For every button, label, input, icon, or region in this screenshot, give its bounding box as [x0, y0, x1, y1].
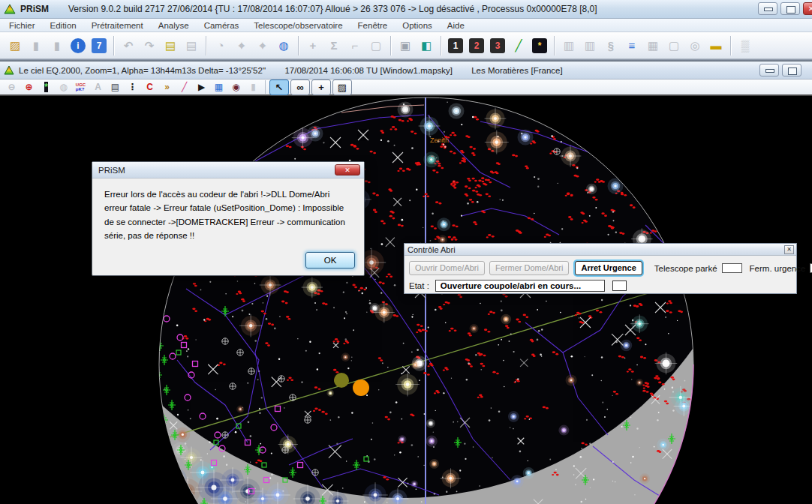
error-dialog: PRiSM ✕ Erreur lors de l'accès au codeur…: [92, 161, 365, 276]
dome-panel-title: Contrôle Abri: [408, 245, 456, 254]
close-dome-button[interactable]: Fermer Dome/Abri: [489, 261, 569, 275]
blank-icon[interactable]: ▮: [245, 80, 261, 94]
main-titlebar: PRiSM Version 9.0.2 build 2717 27/06/201…: [0, 0, 812, 19]
eye-target-icon[interactable]: ◉: [228, 80, 244, 94]
telescope-parked-label: Telescope parké: [654, 264, 717, 273]
open-image-icon[interactable]: ▨: [5, 36, 25, 56]
curve-icon[interactable]: ⌐: [345, 36, 365, 56]
map-minimize-button[interactable]: [759, 64, 779, 76]
error-dialog-title: PRiSM: [98, 166, 125, 175]
sum-icon[interactable]: Σ: [324, 36, 344, 56]
copy-icon[interactable]: ▤: [161, 36, 180, 56]
emergency-stop-button[interactable]: Arret Urgence: [575, 261, 642, 275]
planet-olive[interactable]: [334, 373, 349, 388]
refresh-icon[interactable]: C: [142, 80, 158, 94]
minimize-button[interactable]: [758, 2, 777, 15]
binoculars-button[interactable]: ∞: [290, 80, 310, 95]
dome-panel-titlebar: Contrôle Abri ✕: [404, 244, 796, 256]
save-icon[interactable]: ▮: [26, 36, 46, 56]
center-target-button[interactable]: +: [311, 80, 331, 95]
window-icon[interactable]: ▣: [395, 36, 415, 56]
marker-icon[interactable]: ⌖: [232, 36, 251, 56]
menu-bar: FichierEditionPrétraitementAnalyseCaméra…: [0, 19, 812, 32]
histogram3-icon[interactable]: 3: [488, 36, 507, 56]
photometry-icon[interactable]: ◔: [211, 36, 230, 56]
planet-orange[interactable]: [353, 380, 369, 396]
zenith-label: Zenith: [430, 136, 449, 144]
dome-panel-close-icon[interactable]: ✕: [784, 245, 794, 254]
map-maximize-button[interactable]: [782, 64, 801, 76]
ruler-button[interactable]: ▨: [332, 80, 352, 95]
map-logo-icon: [4, 65, 14, 75]
sky-chart-icon[interactable]: *: [530, 36, 549, 56]
list-icon[interactable]: ≡: [622, 36, 642, 56]
label-a-icon[interactable]: A: [90, 80, 106, 94]
eraser-icon[interactable]: ╱: [176, 80, 192, 94]
error-dialog-close-icon[interactable]: ✕: [335, 164, 360, 176]
signature-icon[interactable]: §: [601, 36, 621, 56]
zoom-in-icon[interactable]: ⊕: [21, 80, 37, 94]
toolbar-separator: [554, 36, 555, 56]
telescope-parked-indicator[interactable]: [722, 263, 742, 273]
open-dome-button[interactable]: Ouvrir Dome/Abri: [409, 261, 485, 275]
columns-icon[interactable]: ▥: [580, 36, 600, 56]
histogram2-icon[interactable]: 2: [467, 36, 486, 56]
toolbar-separator: [206, 36, 206, 56]
paste-icon[interactable]: ▤: [182, 36, 201, 56]
toolbar-separator: [441, 36, 441, 56]
info-icon[interactable]: i: [68, 36, 88, 56]
sky-map-canvas[interactable]: Zenith PRiSM ✕ Erreur lors de l'accès au…: [0, 96, 812, 504]
hand-pointer-icon[interactable]: »: [159, 80, 175, 94]
cloud-icon[interactable]: ▒: [735, 36, 755, 56]
table-icon[interactable]: ▦: [211, 80, 227, 94]
undo-icon[interactable]: ↶: [119, 36, 138, 56]
grid-icon[interactable]: ▦: [643, 36, 663, 56]
dome-control-panel: Contrôle Abri ✕ Ouvrir Dome/Abri Fermer …: [404, 243, 797, 294]
catalog-ugc-icon[interactable]: UGCpK?: [73, 80, 89, 94]
close-button[interactable]: ✕: [803, 2, 812, 15]
starfield-icon[interactable]: *: [38, 80, 54, 94]
ok-button[interactable]: OK: [305, 252, 355, 268]
prism-application-window: PRiSM Version 9.0.2 build 2717 27/06/201…: [0, 0, 812, 504]
export-icon[interactable]: ▥: [559, 36, 579, 56]
box-icon[interactable]: ▢: [664, 36, 684, 56]
status-indicator: [612, 280, 627, 291]
menu-telescope-observatoire[interactable]: Telescope/observatoire: [246, 20, 350, 31]
exclaim-icon[interactable]: ⋮: [125, 80, 140, 94]
telescope-icon[interactable]: ╱: [509, 36, 528, 56]
images-stack-icon[interactable]: ◧: [417, 36, 436, 56]
menu-fenetre[interactable]: Fenêtre: [350, 20, 395, 31]
save-as-icon[interactable]: ▮: [47, 36, 67, 56]
histogram1-icon[interactable]: 1: [446, 36, 465, 56]
selection-icon[interactable]: ▢: [366, 36, 386, 56]
target-icon[interactable]: ◎: [685, 36, 705, 56]
toolbar-separator: [298, 36, 299, 56]
menu-aide[interactable]: Aide: [440, 20, 472, 31]
sky-map-window: Le ciel EQ.2000, Zoom=1, Alpha= 13h44m13…: [0, 62, 812, 504]
emergency-close-label: Ferm. urgence: [750, 264, 806, 273]
toolbar-separator: [113, 36, 114, 56]
print-icon[interactable]: ▤: [107, 80, 123, 94]
menu-fichier[interactable]: Fichier: [2, 20, 43, 31]
map-title-site: Les Moratières [France]: [471, 66, 562, 75]
select-arrow-button[interactable]: ↖: [269, 80, 289, 95]
globe-grid-icon[interactable]: ◍: [56, 80, 71, 94]
menu-pretraitement[interactable]: Prétraitement: [84, 20, 151, 31]
play-icon[interactable]: ▶: [194, 80, 209, 94]
maximize-button[interactable]: [780, 2, 800, 15]
menu-analyse[interactable]: Analyse: [151, 20, 197, 31]
map-title-time: 17/08/2014 16:06:08 TU [Window1.mapsky]: [284, 66, 453, 75]
menu-edition[interactable]: Edition: [43, 20, 84, 31]
date-time-icon[interactable]: 7: [89, 36, 109, 56]
menu-options[interactable]: Options: [395, 20, 440, 31]
marker2-icon[interactable]: ⌖: [253, 36, 272, 56]
film-icon[interactable]: ▬: [706, 36, 726, 56]
crosshair-icon[interactable]: +: [303, 36, 323, 56]
prism-logo-icon: [4, 4, 16, 14]
redo-icon[interactable]: ↷: [140, 36, 159, 56]
zoom-out-icon[interactable]: ⊖: [4, 80, 20, 94]
main-toolbar: ▨▮▮i7↶↷▤▤◔⌖⌖◍+Σ⌐▢▣◧123╱*▥▥§≡▦▢◎▬▒: [0, 32, 812, 59]
globe-search-icon[interactable]: ◍: [274, 36, 293, 56]
menu-cameras[interactable]: Caméras: [197, 20, 247, 31]
sky-chart[interactable]: Zenith: [0, 96, 812, 504]
